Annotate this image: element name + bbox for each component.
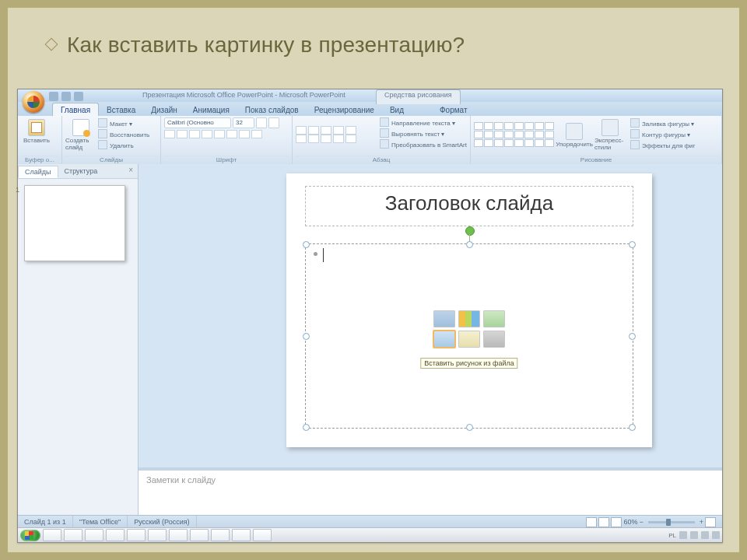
- quick-styles-button[interactable]: Экспресс-стили: [594, 117, 626, 151]
- resize-handle[interactable]: [303, 424, 310, 431]
- zoom-out-button[interactable]: −: [639, 518, 643, 526]
- insert-smartart-icon[interactable]: [483, 310, 505, 327]
- tray-language[interactable]: PL: [668, 532, 676, 539]
- shape-effects-button[interactable]: Эффекты для фиг: [630, 140, 695, 150]
- tab-design[interactable]: Дизайн: [143, 103, 185, 116]
- taskbar-item[interactable]: [169, 529, 188, 541]
- new-slide-button[interactable]: Создать слайд: [65, 117, 96, 151]
- bullets-button[interactable]: [296, 126, 307, 135]
- shape-outline-button[interactable]: Контур фигуры ▾: [630, 129, 695, 139]
- taskbar-item[interactable]: [85, 529, 103, 541]
- indent-inc-button[interactable]: [333, 126, 344, 135]
- taskbar-item[interactable]: [106, 529, 124, 541]
- tab-view[interactable]: Вид: [382, 103, 412, 116]
- quick-access-toolbar[interactable]: [49, 91, 83, 102]
- view-slideshow-button[interactable]: [611, 517, 622, 527]
- content-placeholder[interactable]: Вставить рисунок из файла: [305, 243, 633, 429]
- arrange-button[interactable]: Упорядочить: [559, 121, 590, 148]
- tab-slideshow[interactable]: Показ слайдов: [237, 103, 307, 116]
- title-placeholder[interactable]: Заголовок слайда: [305, 186, 633, 226]
- reset-button[interactable]: Восстановить: [98, 129, 149, 139]
- indent-dec-button[interactable]: [321, 126, 331, 135]
- linespacing-button[interactable]: [345, 126, 356, 135]
- powerpoint-window: Презентация Microsoft Office PowerPoint …: [17, 89, 723, 543]
- tab-review[interactable]: Рецензирование: [307, 103, 382, 116]
- tray-icon[interactable]: [712, 531, 720, 539]
- paste-button[interactable]: Вставить: [21, 117, 52, 144]
- window-titlebar: Презентация Microsoft Office PowerPoint …: [18, 89, 722, 102]
- delete-button[interactable]: Удалить: [98, 140, 149, 150]
- tray-icon[interactable]: [679, 531, 687, 539]
- status-language[interactable]: Русский (Россия): [128, 516, 196, 528]
- font-color-button[interactable]: [251, 130, 262, 138]
- insert-picture-icon[interactable]: [433, 331, 455, 348]
- bold-button[interactable]: [164, 130, 175, 138]
- shape-fill-button[interactable]: Заливка фигуры ▾: [630, 118, 695, 128]
- zoom-in-button[interactable]: +: [700, 518, 703, 526]
- tab-insert[interactable]: Вставка: [99, 103, 143, 116]
- resize-handle[interactable]: [303, 241, 310, 248]
- insert-chart-icon[interactable]: [458, 310, 480, 327]
- panel-close-button[interactable]: ×: [128, 166, 133, 174]
- tray-icon[interactable]: [690, 531, 698, 539]
- fit-window-button[interactable]: [705, 517, 716, 527]
- case-button[interactable]: [239, 130, 250, 138]
- taskbar-item[interactable]: [190, 529, 209, 541]
- rotate-handle[interactable]: [465, 226, 475, 236]
- office-button[interactable]: [23, 91, 44, 113]
- underline-button[interactable]: [189, 130, 200, 138]
- taskbar-item[interactable]: [127, 529, 146, 541]
- status-theme: "Тема Office": [73, 516, 128, 528]
- italic-button[interactable]: [177, 130, 188, 138]
- zoom-percent[interactable]: 60%: [623, 518, 637, 526]
- tab-home[interactable]: Главная: [52, 103, 99, 116]
- insert-clipart-icon[interactable]: [458, 331, 480, 348]
- view-normal-button[interactable]: [586, 517, 597, 527]
- convert-smartart-button[interactable]: Преобразовать в SmartArt: [380, 139, 467, 149]
- panel-tab-slides[interactable]: Слайды: [18, 166, 58, 178]
- resize-handle[interactable]: [629, 333, 636, 340]
- grow-font-button[interactable]: [256, 117, 267, 128]
- font-size-combo[interactable]: 32: [233, 117, 254, 128]
- strike-button[interactable]: [202, 130, 212, 138]
- font-name-combo[interactable]: Calibri (Основно: [164, 117, 231, 128]
- text-direction-button[interactable]: Направление текста ▾: [380, 117, 467, 128]
- resize-handle[interactable]: [466, 424, 473, 431]
- justify-button[interactable]: [333, 135, 344, 143]
- contextual-tab-drawing[interactable]: Средства рисования: [376, 89, 461, 104]
- spacing-button[interactable]: [226, 130, 237, 138]
- shrink-font-button[interactable]: [268, 117, 279, 128]
- insert-media-icon[interactable]: [483, 331, 505, 348]
- resize-handle[interactable]: [303, 333, 310, 340]
- tray-icon[interactable]: [701, 531, 709, 539]
- align-left-button[interactable]: [296, 135, 307, 143]
- taskbar-item[interactable]: [253, 529, 272, 541]
- zoom-slider[interactable]: [648, 521, 695, 523]
- resize-handle[interactable]: [629, 424, 636, 431]
- taskbar-item[interactable]: [232, 529, 251, 541]
- align-center-button[interactable]: [308, 135, 319, 143]
- tab-animation[interactable]: Анимация: [185, 103, 237, 116]
- quick-styles-icon: [601, 119, 619, 136]
- start-button[interactable]: [20, 530, 40, 541]
- shapes-gallery[interactable]: [474, 122, 554, 147]
- notes-pane[interactable]: Заметки к слайду: [139, 467, 722, 516]
- slide-canvas-area[interactable]: Заголовок слайда: [139, 164, 722, 516]
- align-text-button[interactable]: Выровнять текст ▾: [380, 128, 467, 138]
- layout-button[interactable]: Макет ▾: [98, 118, 149, 128]
- tab-format[interactable]: Формат: [432, 103, 475, 116]
- slide-thumbnail-1[interactable]: 1: [24, 185, 125, 261]
- taskbar-item[interactable]: [64, 529, 82, 541]
- columns-button[interactable]: [345, 135, 356, 143]
- resize-handle[interactable]: [629, 241, 636, 248]
- resize-handle[interactable]: [466, 241, 473, 248]
- view-sorter-button[interactable]: [598, 517, 609, 527]
- taskbar-item[interactable]: [148, 529, 167, 541]
- taskbar-item[interactable]: [43, 529, 61, 541]
- shadow-button[interactable]: [214, 130, 225, 138]
- align-right-button[interactable]: [321, 135, 331, 143]
- insert-table-icon[interactable]: [433, 310, 455, 327]
- numbering-button[interactable]: [308, 126, 319, 135]
- panel-tab-outline[interactable]: Структура: [58, 166, 104, 177]
- taskbar-item[interactable]: [211, 529, 230, 541]
